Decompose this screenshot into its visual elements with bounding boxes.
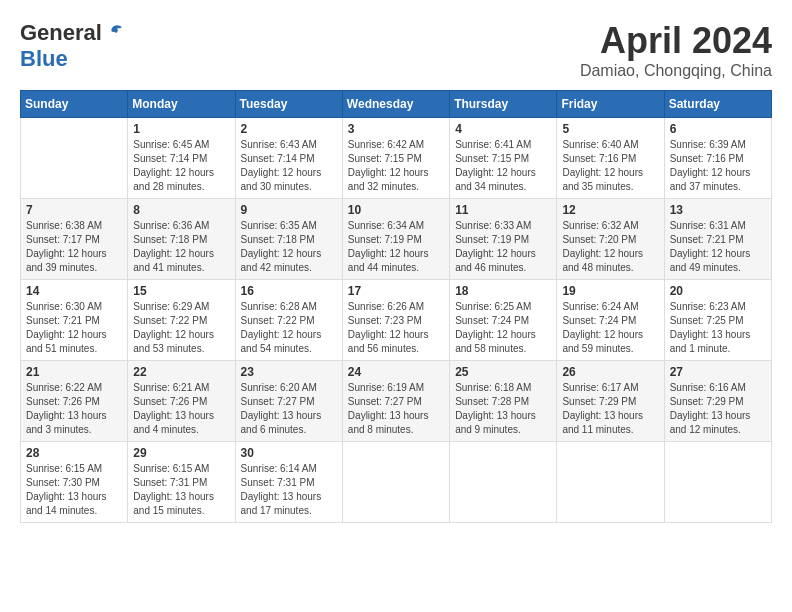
calendar-day-cell: 20Sunrise: 6:23 AM Sunset: 7:25 PM Dayli… [664, 280, 771, 361]
day-info: Sunrise: 6:38 AM Sunset: 7:17 PM Dayligh… [26, 219, 122, 275]
day-number: 19 [562, 284, 658, 298]
day-number: 25 [455, 365, 551, 379]
calendar-day-cell: 2Sunrise: 6:43 AM Sunset: 7:14 PM Daylig… [235, 118, 342, 199]
calendar-table: SundayMondayTuesdayWednesdayThursdayFrid… [20, 90, 772, 523]
calendar-day-cell [342, 442, 449, 523]
day-number: 4 [455, 122, 551, 136]
logo-bird-icon [104, 23, 124, 43]
calendar-day-cell: 24Sunrise: 6:19 AM Sunset: 7:27 PM Dayli… [342, 361, 449, 442]
day-info: Sunrise: 6:20 AM Sunset: 7:27 PM Dayligh… [241, 381, 337, 437]
day-of-week-header: Saturday [664, 91, 771, 118]
calendar-day-cell: 9Sunrise: 6:35 AM Sunset: 7:18 PM Daylig… [235, 199, 342, 280]
calendar-day-cell: 18Sunrise: 6:25 AM Sunset: 7:24 PM Dayli… [450, 280, 557, 361]
day-info: Sunrise: 6:15 AM Sunset: 7:31 PM Dayligh… [133, 462, 229, 518]
day-of-week-header: Monday [128, 91, 235, 118]
day-info: Sunrise: 6:17 AM Sunset: 7:29 PM Dayligh… [562, 381, 658, 437]
calendar-week-row: 21Sunrise: 6:22 AM Sunset: 7:26 PM Dayli… [21, 361, 772, 442]
day-info: Sunrise: 6:14 AM Sunset: 7:31 PM Dayligh… [241, 462, 337, 518]
calendar-day-cell: 15Sunrise: 6:29 AM Sunset: 7:22 PM Dayli… [128, 280, 235, 361]
day-info: Sunrise: 6:40 AM Sunset: 7:16 PM Dayligh… [562, 138, 658, 194]
day-info: Sunrise: 6:29 AM Sunset: 7:22 PM Dayligh… [133, 300, 229, 356]
calendar-day-cell: 17Sunrise: 6:26 AM Sunset: 7:23 PM Dayli… [342, 280, 449, 361]
day-info: Sunrise: 6:15 AM Sunset: 7:30 PM Dayligh… [26, 462, 122, 518]
day-info: Sunrise: 6:22 AM Sunset: 7:26 PM Dayligh… [26, 381, 122, 437]
location-text: Damiao, Chongqing, China [580, 62, 772, 80]
day-number: 16 [241, 284, 337, 298]
day-number: 3 [348, 122, 444, 136]
day-number: 21 [26, 365, 122, 379]
calendar-day-cell: 13Sunrise: 6:31 AM Sunset: 7:21 PM Dayli… [664, 199, 771, 280]
day-number: 26 [562, 365, 658, 379]
calendar-day-cell: 7Sunrise: 6:38 AM Sunset: 7:17 PM Daylig… [21, 199, 128, 280]
day-info: Sunrise: 6:36 AM Sunset: 7:18 PM Dayligh… [133, 219, 229, 275]
calendar-day-cell [21, 118, 128, 199]
day-of-week-header: Thursday [450, 91, 557, 118]
day-info: Sunrise: 6:21 AM Sunset: 7:26 PM Dayligh… [133, 381, 229, 437]
day-number: 14 [26, 284, 122, 298]
calendar-day-cell: 14Sunrise: 6:30 AM Sunset: 7:21 PM Dayli… [21, 280, 128, 361]
calendar-day-cell: 21Sunrise: 6:22 AM Sunset: 7:26 PM Dayli… [21, 361, 128, 442]
day-info: Sunrise: 6:35 AM Sunset: 7:18 PM Dayligh… [241, 219, 337, 275]
calendar-day-cell: 3Sunrise: 6:42 AM Sunset: 7:15 PM Daylig… [342, 118, 449, 199]
day-number: 7 [26, 203, 122, 217]
day-info: Sunrise: 6:39 AM Sunset: 7:16 PM Dayligh… [670, 138, 766, 194]
day-of-week-header: Tuesday [235, 91, 342, 118]
title-section: April 2024 Damiao, Chongqing, China [580, 20, 772, 80]
day-of-week-header: Friday [557, 91, 664, 118]
day-number: 6 [670, 122, 766, 136]
day-number: 15 [133, 284, 229, 298]
day-info: Sunrise: 6:25 AM Sunset: 7:24 PM Dayligh… [455, 300, 551, 356]
calendar-body: 1Sunrise: 6:45 AM Sunset: 7:14 PM Daylig… [21, 118, 772, 523]
day-info: Sunrise: 6:33 AM Sunset: 7:19 PM Dayligh… [455, 219, 551, 275]
calendar-day-cell: 22Sunrise: 6:21 AM Sunset: 7:26 PM Dayli… [128, 361, 235, 442]
day-number: 11 [455, 203, 551, 217]
day-number: 29 [133, 446, 229, 460]
calendar-day-cell: 30Sunrise: 6:14 AM Sunset: 7:31 PM Dayli… [235, 442, 342, 523]
day-number: 13 [670, 203, 766, 217]
day-number: 28 [26, 446, 122, 460]
logo-blue-text: Blue [20, 46, 68, 72]
calendar-day-cell: 23Sunrise: 6:20 AM Sunset: 7:27 PM Dayli… [235, 361, 342, 442]
calendar-week-row: 28Sunrise: 6:15 AM Sunset: 7:30 PM Dayli… [21, 442, 772, 523]
day-number: 17 [348, 284, 444, 298]
calendar-day-cell [557, 442, 664, 523]
calendar-day-cell: 11Sunrise: 6:33 AM Sunset: 7:19 PM Dayli… [450, 199, 557, 280]
day-number: 30 [241, 446, 337, 460]
calendar-day-cell: 29Sunrise: 6:15 AM Sunset: 7:31 PM Dayli… [128, 442, 235, 523]
day-info: Sunrise: 6:28 AM Sunset: 7:22 PM Dayligh… [241, 300, 337, 356]
day-number: 10 [348, 203, 444, 217]
day-of-week-header: Wednesday [342, 91, 449, 118]
day-number: 20 [670, 284, 766, 298]
logo-general-text: General [20, 20, 102, 46]
calendar-day-cell: 4Sunrise: 6:41 AM Sunset: 7:15 PM Daylig… [450, 118, 557, 199]
day-info: Sunrise: 6:16 AM Sunset: 7:29 PM Dayligh… [670, 381, 766, 437]
day-number: 24 [348, 365, 444, 379]
day-info: Sunrise: 6:32 AM Sunset: 7:20 PM Dayligh… [562, 219, 658, 275]
calendar-header-row: SundayMondayTuesdayWednesdayThursdayFrid… [21, 91, 772, 118]
day-info: Sunrise: 6:23 AM Sunset: 7:25 PM Dayligh… [670, 300, 766, 356]
day-info: Sunrise: 6:24 AM Sunset: 7:24 PM Dayligh… [562, 300, 658, 356]
day-info: Sunrise: 6:42 AM Sunset: 7:15 PM Dayligh… [348, 138, 444, 194]
day-info: Sunrise: 6:31 AM Sunset: 7:21 PM Dayligh… [670, 219, 766, 275]
day-number: 8 [133, 203, 229, 217]
calendar-week-row: 7Sunrise: 6:38 AM Sunset: 7:17 PM Daylig… [21, 199, 772, 280]
calendar-day-cell: 8Sunrise: 6:36 AM Sunset: 7:18 PM Daylig… [128, 199, 235, 280]
calendar-day-cell: 27Sunrise: 6:16 AM Sunset: 7:29 PM Dayli… [664, 361, 771, 442]
calendar-day-cell: 12Sunrise: 6:32 AM Sunset: 7:20 PM Dayli… [557, 199, 664, 280]
day-number: 18 [455, 284, 551, 298]
day-number: 22 [133, 365, 229, 379]
page-header: General Blue April 2024 Damiao, Chongqin… [20, 20, 772, 80]
day-info: Sunrise: 6:43 AM Sunset: 7:14 PM Dayligh… [241, 138, 337, 194]
calendar-day-cell [450, 442, 557, 523]
day-number: 1 [133, 122, 229, 136]
day-info: Sunrise: 6:45 AM Sunset: 7:14 PM Dayligh… [133, 138, 229, 194]
calendar-day-cell [664, 442, 771, 523]
day-number: 9 [241, 203, 337, 217]
calendar-day-cell: 1Sunrise: 6:45 AM Sunset: 7:14 PM Daylig… [128, 118, 235, 199]
day-info: Sunrise: 6:26 AM Sunset: 7:23 PM Dayligh… [348, 300, 444, 356]
day-info: Sunrise: 6:34 AM Sunset: 7:19 PM Dayligh… [348, 219, 444, 275]
day-number: 27 [670, 365, 766, 379]
calendar-week-row: 14Sunrise: 6:30 AM Sunset: 7:21 PM Dayli… [21, 280, 772, 361]
day-number: 23 [241, 365, 337, 379]
calendar-week-row: 1Sunrise: 6:45 AM Sunset: 7:14 PM Daylig… [21, 118, 772, 199]
